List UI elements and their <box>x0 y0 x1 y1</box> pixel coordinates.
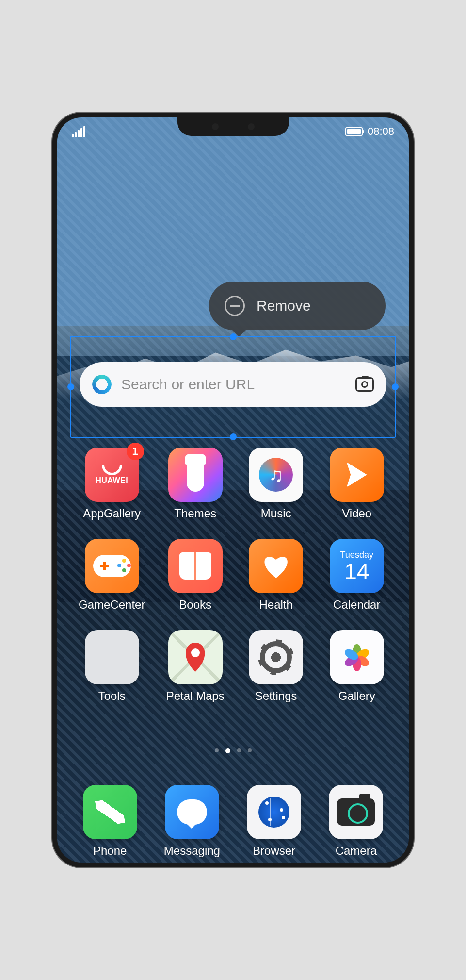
app-label: Settings <box>255 689 297 703</box>
resize-handle-right[interactable] <box>392 383 399 390</box>
dock: Phone Messaging Browser <box>79 785 387 858</box>
app-label: Calendar <box>333 598 380 612</box>
appgallery-icon: HUAWEI 1 <box>85 448 139 502</box>
resize-handle-bottom[interactable] <box>230 433 237 440</box>
display-notch <box>177 117 289 136</box>
phone-frame: 08:08 Remove Search or enter URL HUAWEI <box>52 113 414 867</box>
app-calendar[interactable]: Tuesday 14 Calendar <box>326 539 387 612</box>
app-settings[interactable]: Settings <box>245 630 307 703</box>
messaging-icon <box>165 785 219 839</box>
petalmaps-icon <box>168 630 223 684</box>
notification-badge: 1 <box>127 443 144 460</box>
resize-handle-left[interactable] <box>67 383 74 390</box>
video-icon <box>330 448 384 502</box>
dock-phone[interactable]: Phone <box>79 785 141 858</box>
page-dot <box>215 748 219 752</box>
gamecenter-icon <box>85 539 139 593</box>
app-label: Gallery <box>338 689 375 703</box>
resize-handle-top[interactable] <box>230 333 237 340</box>
app-label: Browser <box>253 844 295 858</box>
app-label: Themes <box>174 507 216 520</box>
phone-icon <box>83 785 137 839</box>
app-label: Health <box>259 598 293 612</box>
search-widget[interactable]: Search or enter URL <box>80 362 386 407</box>
calendar-day: 14 <box>344 560 369 582</box>
app-label: GameCenter <box>79 598 145 612</box>
home-screen[interactable]: 08:08 Remove Search or enter URL HUAWEI <box>57 117 409 863</box>
app-books[interactable]: Books <box>164 539 226 612</box>
clock: 08:08 <box>368 125 394 138</box>
dock-browser[interactable]: Browser <box>243 785 305 858</box>
remove-label: Remove <box>257 298 311 314</box>
app-gamecenter[interactable]: GameCenter <box>79 539 145 612</box>
app-label: Video <box>342 507 371 520</box>
health-icon <box>249 539 303 593</box>
app-gallery[interactable]: Gallery <box>326 630 387 703</box>
app-health[interactable]: Health <box>245 539 307 612</box>
app-label: Books <box>179 598 211 612</box>
remove-icon <box>225 296 245 316</box>
page-indicator[interactable] <box>57 748 409 753</box>
camera-icon <box>329 785 383 839</box>
remove-popover[interactable]: Remove <box>209 282 386 330</box>
page-dot <box>248 748 252 752</box>
app-themes[interactable]: Themes <box>164 448 226 520</box>
tools-folder-icon <box>85 630 139 684</box>
app-music[interactable]: Music <box>245 448 307 520</box>
app-label: AppGallery <box>83 507 141 520</box>
app-tools-folder[interactable]: Tools <box>79 630 145 703</box>
page-dot-active <box>225 748 230 753</box>
books-icon <box>168 539 223 593</box>
app-label: Phone <box>93 844 127 858</box>
dock-messaging[interactable]: Messaging <box>161 785 223 858</box>
petal-search-icon <box>92 375 112 394</box>
signal-icon <box>72 126 85 137</box>
dock-camera[interactable]: Camera <box>325 785 387 858</box>
app-petalmaps[interactable]: Petal Maps <box>164 630 226 703</box>
gallery-icon <box>330 630 384 684</box>
app-label: Camera <box>336 844 377 858</box>
app-label: Petal Maps <box>166 689 225 703</box>
app-video[interactable]: Video <box>326 448 387 520</box>
search-placeholder: Search or enter URL <box>121 376 346 393</box>
page-dot <box>237 748 241 752</box>
settings-icon <box>249 630 303 684</box>
themes-icon <box>168 448 223 502</box>
app-grid: HUAWEI 1 AppGallery Themes Music Video G… <box>79 448 387 703</box>
music-icon <box>249 448 303 502</box>
app-label: Tools <box>98 689 126 703</box>
battery-icon <box>345 127 363 136</box>
app-appgallery[interactable]: HUAWEI 1 AppGallery <box>79 448 145 520</box>
app-label: Music <box>261 507 291 520</box>
app-label: Messaging <box>164 844 220 858</box>
camera-scan-icon[interactable] <box>355 377 374 392</box>
appgallery-brand: HUAWEI <box>96 476 128 485</box>
browser-icon <box>247 785 301 839</box>
calendar-icon: Tuesday 14 <box>330 539 384 593</box>
